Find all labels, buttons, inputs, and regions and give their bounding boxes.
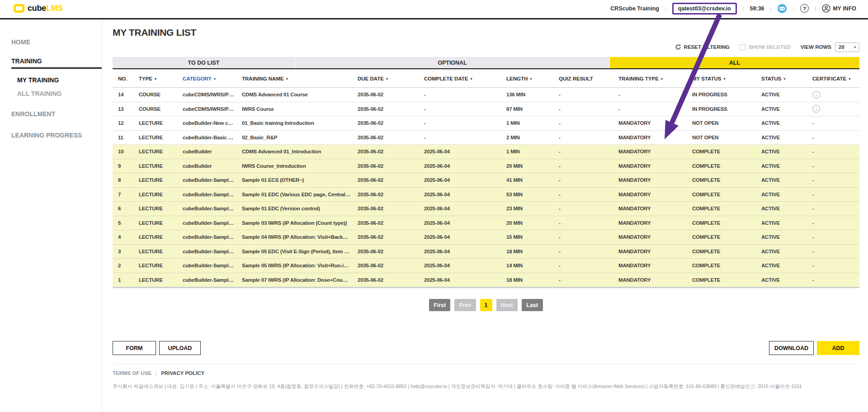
cubelms-logo[interactable]: cubeLMS [14, 4, 63, 13]
cell-status: ACTIVE [761, 173, 812, 187]
terms-of-use-link[interactable]: TERMS OF USE [113, 370, 151, 376]
cell-status: ACTIVE [761, 245, 812, 259]
table-row[interactable]: 2LECTUREcubeBuilder-Sampl…Sample 05 IWRS… [113, 259, 859, 273]
tab-optional[interactable]: OPTIONAL [295, 57, 610, 68]
cell-my_status: COMPLETE [692, 202, 761, 216]
cell-type: LECTURE [139, 145, 183, 159]
column-header-status[interactable]: STATUS▾ [761, 70, 812, 87]
cell-certificate: - [812, 216, 859, 230]
cell-category: cubeBuilder-New c… [183, 116, 242, 130]
sidebar-item-enrollment[interactable]: ENROLLMENT [11, 110, 55, 118]
cell-quiz_result: - [559, 245, 618, 259]
table-row[interactable]: 9LECTUREcubeBuilderIWRS Course_Introduct… [113, 159, 859, 174]
table-row[interactable]: 8LECTUREcubeBuilder-Sampl…Sample 01 ECS … [113, 173, 859, 188]
my-info-button[interactable]: MY INFO [822, 4, 856, 13]
cell-no: 6 [118, 202, 139, 216]
column-header-certificate[interactable]: CERTIFICATE▾ [812, 70, 859, 87]
cell-my_status: COMPLETE [692, 216, 761, 230]
column-label: COMPLETE DATE [424, 76, 468, 81]
column-header-length[interactable]: LENGTH▾ [506, 70, 559, 87]
sidebar-active-underline [11, 67, 102, 69]
show-deleted-label: SHOW DELETED [749, 44, 791, 50]
view-rows-select[interactable]: 20 ▾ [835, 43, 859, 52]
certificate-download-icon[interactable]: ↓ [812, 91, 820, 99]
show-deleted-checkbox[interactable] [740, 44, 745, 50]
cell-length: 18 MIN [506, 273, 559, 287]
cell-status: ACTIVE [761, 145, 812, 159]
cell-status: ACTIVE [761, 131, 812, 145]
cell-complete_date: 2025-06-04 [424, 216, 506, 230]
table-row[interactable]: 5LECTUREcubeBuilder-Sampl…Sample 03 IWRS… [113, 216, 859, 231]
cell-training_name: IWRS Course [242, 102, 358, 116]
form-button[interactable]: FORM [113, 341, 156, 355]
reset-filtering-button[interactable]: RESET FILTERING [675, 44, 730, 50]
download-button[interactable]: DOWNLOAD [769, 341, 814, 355]
cell-training_name: Sample 05 EDC (Visit E-Sign (Period), It… [242, 245, 358, 259]
cell-length: 20 MIN [506, 159, 559, 173]
table-row[interactable]: 4LECTUREcubeBuilder-Sampl…Sample 04 IWRS… [113, 230, 859, 245]
cell-my_status: COMPLETE [692, 188, 761, 202]
table-row[interactable]: 12LECTUREcubeBuilder-New c…01_Basic trai… [113, 116, 859, 131]
cell-type: LECTURE [139, 216, 183, 230]
tab-all[interactable]: ALL [610, 57, 859, 68]
cell-length: 15 MIN [506, 230, 559, 244]
add-button[interactable]: ADD [817, 341, 859, 355]
table-row[interactable]: 3LECTUREcubeBuilder-Sampl…Sample 05 EDC … [113, 245, 859, 259]
upload-button[interactable]: UPLOAD [159, 341, 201, 355]
cell-training_type: MANDATORY [618, 273, 692, 287]
sidebar-item-my-training[interactable]: MY TRAINING [17, 76, 59, 84]
cell-due_date: 2035-06-02 [358, 216, 424, 230]
column-header-my_status[interactable]: MY STATUS▾ [692, 70, 761, 87]
sidebar-item-training[interactable]: TRAINING [11, 57, 42, 65]
pagination-last-button[interactable]: Last [522, 299, 543, 311]
pagination-prev-button[interactable]: Prev [454, 299, 476, 311]
sidebar-item-home[interactable]: HOME [11, 38, 30, 46]
cell-category: cubeBuilder-Sampl… [183, 216, 242, 230]
table-row[interactable]: 1LECTUREcubeBuilder-Sampl…Sample 07 IWRS… [113, 273, 859, 288]
chatbot-icon[interactable] [777, 4, 787, 14]
column-header-category[interactable]: CATEGORY▾ [183, 70, 242, 87]
certificate-download-icon[interactable]: ↓ [812, 105, 820, 113]
cell-training_type: MANDATORY [618, 145, 692, 159]
tab-to-do-list[interactable]: TO DO LIST [113, 57, 295, 68]
cell-due_date: 2035-06-02 [358, 273, 424, 287]
help-icon[interactable]: ? [800, 4, 809, 13]
table-row[interactable]: 11LECTUREcubeBuilder-Basic …02_Basic_R&P… [113, 131, 859, 145]
table-row[interactable]: 10LECTUREcubeBuilderCDMS Advanced 01_Int… [113, 145, 859, 159]
cell-category: cubeBuilder-Sampl… [183, 259, 242, 273]
footer-links: TERMS OF USE | PRIVACY POLICY [113, 370, 859, 376]
table-row[interactable]: 6LECTUREcubeBuilder-Sampl…Sample 01 EDC … [113, 202, 859, 216]
column-label: CERTIFICATE [812, 76, 846, 81]
cell-category: cubeBuilder [183, 159, 242, 173]
sort-arrow-icon: ▾ [783, 76, 785, 81]
sidebar-item-learning-progress[interactable]: LEARNING PROGRESS [11, 132, 82, 139]
cell-quiz_result: - [559, 230, 618, 244]
cell-length: 18 MIN [506, 245, 559, 259]
show-deleted-toggle[interactable]: SHOW DELETED [740, 44, 791, 50]
cell-certificate: - [812, 131, 859, 145]
column-header-type[interactable]: TYPE▾ [139, 70, 183, 87]
table-row[interactable]: 7LECTUREcubeBuilder-Sampl…Sample 01 EDC … [113, 188, 859, 202]
chevron-down-icon: ▾ [854, 45, 856, 49]
column-header-training_name[interactable]: TRAINING NAME▾ [242, 70, 358, 87]
cell-status: ACTIVE [761, 116, 812, 130]
cell-due_date: 2035-06-02 [358, 116, 424, 130]
privacy-policy-link[interactable]: PRIVACY POLICY [161, 370, 204, 376]
pagination: First Prev 1 Next Last [113, 299, 859, 311]
cell-status: ACTIVE [761, 102, 812, 116]
user-email: qatest03@crsdev.io [672, 3, 737, 14]
cell-my_status: COMPLETE [692, 259, 761, 273]
cell-status: ACTIVE [761, 159, 812, 173]
column-header-training_type[interactable]: TRAINING TYPE▾ [618, 70, 692, 87]
column-header-due_date[interactable]: DUE DATE▾ [358, 70, 424, 87]
table-row[interactable]: 14COURSEcubeCDMS/IWRS/P…CDMS Advanced 01… [113, 88, 859, 102]
cell-type: COURSE [139, 88, 183, 102]
table-row[interactable]: 13COURSEcubeCDMS/IWRS/P…IWRS Course2035-… [113, 102, 859, 117]
column-label: NO. [118, 76, 127, 81]
column-label: TYPE [139, 76, 152, 81]
pagination-first-button[interactable]: First [429, 299, 450, 311]
pagination-page-1[interactable]: 1 [480, 299, 492, 311]
sidebar-item-all-training[interactable]: ALL TRAINING [17, 90, 62, 97]
column-header-complete_date[interactable]: COMPLETE DATE▾ [424, 70, 506, 87]
pagination-next-button[interactable]: Next [496, 299, 518, 311]
